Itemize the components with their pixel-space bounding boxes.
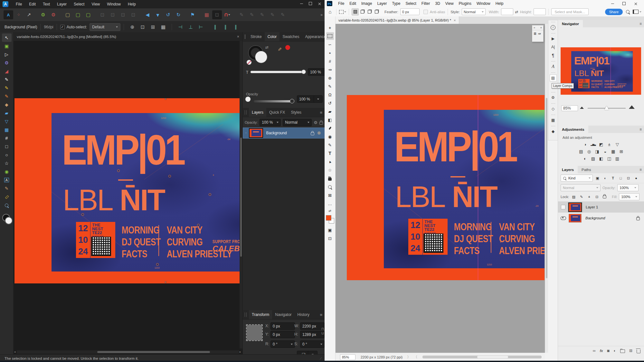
swap-dimensions-icon[interactable]: ⇄ (515, 10, 518, 14)
canvas-horizontal-scrollbar[interactable] (422, 356, 542, 358)
filter-kind-dropdown[interactable]: Kind (561, 175, 593, 182)
box-center-button[interactable]: ⊡ (138, 23, 147, 32)
vector-brush-tool[interactable]: ✎ (2, 92, 12, 100)
designer-persona-button[interactable]: A (4, 10, 13, 19)
layer-lock-icon[interactable] (319, 122, 323, 125)
minimize-button[interactable] (297, 0, 306, 7)
select-and-mask-button[interactable]: Select and Mask... (551, 8, 589, 15)
path-selection-tool[interactable]: ▲ (326, 158, 334, 166)
selection-node[interactable] (117, 169, 120, 172)
layer-thumbnail[interactable] (568, 203, 582, 212)
snapping-grid-button[interactable]: ▦ (202, 10, 212, 19)
filter-toggle[interactable]: ● (633, 176, 639, 181)
list-icon[interactable]: ≣ (534, 32, 536, 36)
filter-smart-objects-button[interactable]: ⊡ (625, 176, 631, 181)
layer-visibility-toggle[interactable] (561, 205, 565, 209)
dock-grip[interactable] (551, 114, 555, 115)
panel-menu-icon[interactable]: ≡ (639, 167, 642, 172)
fill-color-well[interactable] (255, 51, 267, 63)
layer-row-layer1[interactable]: Layer 1 (558, 202, 644, 213)
selection-node[interactable] (156, 263, 159, 266)
dock-grip[interactable] (551, 33, 555, 34)
swap-colors-button[interactable]: ⇄ (328, 209, 331, 213)
selection-node[interactable] (168, 175, 171, 177)
rectangle-tool[interactable]: □ (2, 142, 12, 151)
home-button[interactable]: ⌂ (327, 8, 334, 15)
distribute-1-button[interactable]: ∥ (210, 23, 220, 32)
fill-tool[interactable]: ▽ (2, 117, 12, 126)
artistic-text-tool[interactable]: A (2, 176, 12, 184)
maximize-button[interactable] (620, 0, 629, 7)
menu-window[interactable]: Window (474, 1, 493, 6)
blend-mode-dropdown[interactable]: Normal (283, 119, 312, 126)
flip-vertical-button[interactable]: ▼ (153, 10, 163, 19)
horizontal-scrollbar-thumb[interactable] (97, 351, 210, 353)
assets-button-2[interactable]: ✎ (247, 10, 257, 19)
add-mask-icon[interactable]: ◙ (607, 348, 609, 353)
insert-behind-button[interactable]: ⚑ (188, 10, 197, 19)
menu-file[interactable]: File (12, 0, 25, 8)
cycle-selection-button[interactable]: ▦ (158, 23, 168, 32)
tab-color[interactable]: Color (265, 32, 280, 41)
selection-x-marker-bottom[interactable]: × (165, 281, 168, 283)
export-persona-button[interactable]: ↗ (24, 10, 34, 19)
paragraph-panel-button[interactable]: ¶ (550, 52, 557, 59)
menu-3d[interactable]: 3D (432, 1, 442, 6)
assets-button-5[interactable]: ✎ (278, 10, 288, 19)
navigator-zoom-field[interactable]: 85% (561, 105, 578, 111)
dock-grip[interactable] (551, 126, 555, 127)
pixel-persona-button[interactable]: ⁘ (14, 10, 24, 19)
eraser-tool[interactable]: ▰ (2, 109, 12, 117)
quick-selection-tool[interactable]: ⋆ (326, 49, 334, 57)
menu-view[interactable]: View (443, 1, 456, 6)
posterize-button[interactable]: ▨ (590, 156, 597, 161)
ungroup-button[interactable]: ⊡ (108, 10, 118, 19)
panel-menu-icon[interactable]: ≡ (320, 312, 322, 317)
menu-help[interactable]: Help (493, 1, 506, 6)
crop-tool[interactable]: # (2, 134, 12, 142)
lasso-tool[interactable]: ∽ (326, 41, 334, 48)
tab-swatches[interactable]: Swatches (279, 32, 302, 41)
filter-adjustment-layers-button[interactable]: ◐ (602, 176, 608, 181)
no-color-swatch[interactable] (247, 60, 251, 65)
tab-paths[interactable]: Paths (578, 166, 595, 173)
group-button[interactable]: ⊡ (98, 10, 107, 19)
dodge-tool[interactable]: ◉ (326, 133, 334, 140)
assets-button-1[interactable]: ✎ (237, 10, 246, 19)
margins-button[interactable]: ▢ (63, 10, 72, 19)
clone-stamp-tool[interactable]: Ω (326, 91, 334, 99)
layer-settings-gear-icon[interactable]: ⚙ (314, 120, 317, 125)
scroll-right-arrow[interactable]: ▸ (240, 350, 241, 354)
tab-navigator[interactable]: Navigator (272, 310, 294, 319)
eyedropper-icon[interactable]: ✎ (277, 47, 282, 52)
subtract-selection-button[interactable] (366, 8, 373, 15)
assets-button-4[interactable]: ✎ (268, 10, 277, 19)
crop-tool[interactable]: # (326, 57, 334, 65)
menu-edit[interactable]: Edit (347, 1, 359, 6)
blur-tool[interactable] (326, 124, 334, 132)
intersect-selection-button[interactable] (373, 8, 380, 15)
pencil-tool[interactable]: ✎ (2, 84, 12, 92)
tab-history[interactable]: History (295, 310, 312, 319)
color-balance-button[interactable]: ◎ (586, 148, 593, 154)
dock-grip[interactable] (551, 92, 555, 93)
link-layers-icon[interactable]: ∞ (593, 348, 596, 353)
opacity-field[interactable]: 100% (617, 184, 639, 191)
info-panel-button[interactable]: i (550, 24, 557, 31)
layers-opacity-field[interactable]: 100 % (260, 119, 281, 126)
lock-position-button[interactable]: + (586, 194, 592, 200)
patterns-panel-button[interactable]: ▦ (550, 117, 557, 124)
close-button[interactable] (631, 0, 640, 7)
panel-close-icon[interactable]: × (540, 26, 542, 29)
delete-layer-icon[interactable] (637, 349, 640, 353)
vertical-scrollbar-thumb[interactable] (240, 138, 242, 257)
layer-row-background[interactable]: ⁘ Background (243, 128, 325, 138)
zoom-out-icon[interactable] (580, 107, 584, 109)
workspace-button[interactable] (633, 10, 641, 14)
zoom-tool[interactable] (326, 183, 334, 191)
resize-grip-icon[interactable]: ⟋ (320, 357, 322, 360)
brush-icon[interactable]: ✎ (537, 31, 542, 36)
selective-color-button[interactable]: ◫ (606, 156, 613, 161)
move-tool[interactable]: + (326, 24, 334, 32)
assets-button-3[interactable]: ✎ (257, 10, 267, 19)
